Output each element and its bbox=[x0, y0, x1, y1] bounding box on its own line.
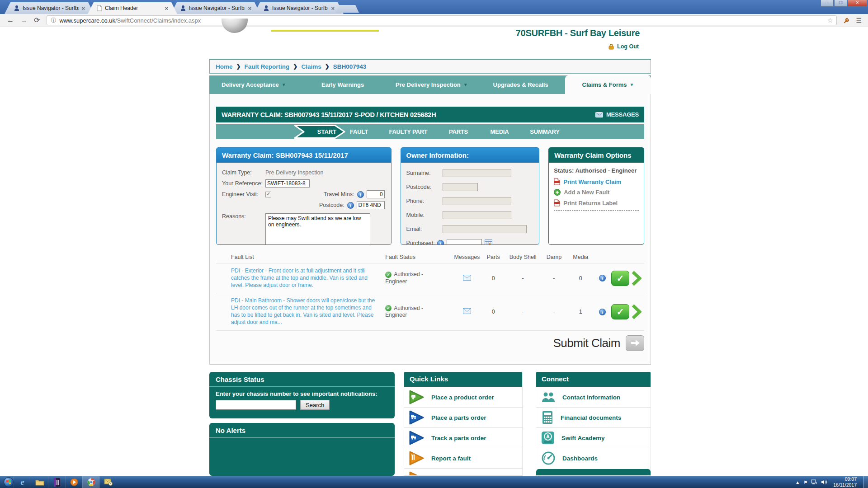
breadcrumb-current: SBH007943 bbox=[333, 63, 367, 70]
divider bbox=[209, 437, 395, 438]
purchased-input[interactable] bbox=[447, 239, 482, 245]
browser-tab-3[interactable]: Issue Navigator - Surfba × bbox=[171, 2, 260, 14]
info-icon[interactable]: i bbox=[599, 309, 606, 315]
start-button[interactable] bbox=[4, 477, 14, 487]
wizard-step-media[interactable]: MEDIA bbox=[491, 124, 509, 139]
tools-triangle-icon bbox=[409, 450, 425, 466]
message-cell[interactable] bbox=[453, 308, 481, 315]
show-desktop-button[interactable] bbox=[863, 476, 868, 488]
bookmark-star-icon[interactable]: ☆ bbox=[827, 17, 833, 24]
add-new-fault-link[interactable]: Add a New Fault bbox=[554, 189, 639, 196]
fault-description-link[interactable]: PDI - Main Bathroom - Shower doors will … bbox=[216, 297, 385, 326]
phone-input[interactable] bbox=[443, 197, 511, 205]
window-close-button[interactable]: ✕ bbox=[848, 0, 867, 7]
taskbar-clock[interactable]: 09:07 16/11/2017 bbox=[833, 476, 857, 488]
calendar-icon[interactable] bbox=[485, 239, 492, 245]
print-warranty-claim-label: Print Warranty Claim bbox=[563, 178, 621, 185]
col-messages: Messages bbox=[453, 254, 481, 260]
wizard-step-summary[interactable]: SUMMARY bbox=[530, 124, 559, 139]
nav-early-warnings[interactable]: Early Warnings bbox=[298, 75, 387, 94]
approve-fault-button[interactable]: ✓ bbox=[611, 271, 629, 286]
messages-button[interactable]: MESSAGES bbox=[595, 111, 639, 118]
browser-tab-1[interactable]: Issue Navigator - Surfba × bbox=[5, 2, 94, 14]
open-fault-arrow-icon[interactable] bbox=[631, 304, 642, 319]
tray-network-icon[interactable] bbox=[811, 479, 817, 485]
tray-flag-icon[interactable]: ⚑ bbox=[803, 480, 807, 485]
fault-table-header: Fault List Fault Status Messages Parts B… bbox=[216, 254, 644, 263]
message-cell[interactable] bbox=[453, 275, 481, 282]
extension-icon[interactable] bbox=[843, 17, 850, 24]
breadcrumb-fault-reporting[interactable]: Fault Reporting bbox=[245, 63, 290, 70]
quick-link-product-order[interactable]: Place a product order bbox=[404, 387, 522, 407]
chassis-number-input[interactable] bbox=[216, 400, 296, 410]
new-tab-button[interactable] bbox=[335, 5, 359, 13]
connect-swift-academy[interactable]: Swift Academy bbox=[536, 427, 651, 448]
info-icon[interactable]: i bbox=[357, 191, 364, 198]
window-minimize-button[interactable]: — bbox=[821, 0, 834, 7]
forward-button[interactable]: → bbox=[20, 17, 28, 24]
back-button[interactable]: ← bbox=[7, 17, 14, 24]
info-icon[interactable]: i bbox=[437, 240, 444, 245]
browser-toolbar: ← → ⟳ ⓘ www.supercare.co.uk/SwiftConnect… bbox=[0, 14, 868, 27]
print-warranty-claim-link[interactable]: Print Warranty Claim bbox=[554, 178, 639, 185]
taskbar-chrome-icon[interactable] bbox=[82, 476, 99, 488]
reasons-textarea[interactable]: Please may Swift attend as we are low on… bbox=[265, 213, 370, 245]
owner-postcode-input[interactable] bbox=[443, 183, 478, 191]
wizard-step-start[interactable]: START bbox=[309, 124, 345, 139]
tab-close-icon[interactable]: × bbox=[331, 5, 335, 12]
travel-mins-input[interactable] bbox=[367, 190, 385, 198]
fault-description-link[interactable]: PDI - Exterior - Front door is at full a… bbox=[216, 267, 385, 289]
wizard-step-faulty-part[interactable]: FAULTY PART bbox=[389, 124, 427, 139]
taskbar-explorer-icon[interactable] bbox=[31, 476, 48, 488]
info-icon[interactable]: i bbox=[599, 275, 606, 282]
envelope-icon[interactable] bbox=[463, 275, 471, 281]
taskbar-media-player-icon[interactable] bbox=[65, 476, 82, 488]
nav-pre-delivery-inspection[interactable]: Pre Delivery Inspection▼ bbox=[387, 75, 476, 94]
engineer-visit-checkbox[interactable] bbox=[265, 192, 271, 197]
postcode-input[interactable] bbox=[357, 201, 385, 209]
page-info-icon[interactable]: ⓘ bbox=[51, 17, 56, 24]
submit-claim-button[interactable] bbox=[626, 335, 644, 351]
mobile-input[interactable] bbox=[443, 211, 511, 219]
nav-upgrades-recalls[interactable]: Upgrades & Recalls bbox=[476, 75, 565, 94]
chassis-search-button[interactable]: Search bbox=[300, 400, 330, 410]
tab-close-icon[interactable]: × bbox=[165, 5, 168, 12]
wizard-step-parts[interactable]: PARTS bbox=[449, 124, 468, 139]
browser-tab-4[interactable]: Issue Navigator - Surfba × bbox=[254, 2, 344, 14]
window-maximize-button[interactable]: ❐ bbox=[834, 0, 847, 7]
logout-link[interactable]: Log Out bbox=[608, 43, 639, 50]
quick-link-report-fault[interactable]: Report a fault bbox=[404, 448, 522, 468]
connect-dashboards[interactable]: Dashboards bbox=[536, 448, 651, 468]
address-bar[interactable]: ⓘ www.supercare.co.uk/SwiftConnect/Claim… bbox=[47, 15, 837, 25]
tab-close-icon[interactable]: × bbox=[81, 5, 85, 12]
open-fault-arrow-icon[interactable] bbox=[631, 271, 642, 286]
approve-fault-button[interactable]: ✓ bbox=[611, 304, 629, 319]
refresh-button[interactable]: ⟳ bbox=[34, 17, 40, 24]
connect-contact-information[interactable]: Contact information bbox=[536, 387, 651, 407]
print-returns-label-link[interactable]: Print Returns Label bbox=[554, 199, 639, 206]
breadcrumb-home[interactable]: Home bbox=[216, 63, 233, 70]
mobile-label: Mobile: bbox=[406, 212, 443, 218]
taskbar-app-icon[interactable] bbox=[48, 476, 65, 488]
quick-link-track-order[interactable]: Track a parts order bbox=[404, 427, 522, 448]
breadcrumb-claims[interactable]: Claims bbox=[301, 63, 321, 70]
envelope-icon[interactable] bbox=[463, 308, 471, 314]
menu-icon[interactable]: ☰ bbox=[856, 17, 862, 24]
quick-link-parts-order[interactable]: Place a parts order bbox=[404, 407, 522, 427]
reference-input[interactable] bbox=[265, 179, 310, 188]
tray-expand-icon[interactable]: ▲ bbox=[795, 480, 800, 485]
tray-volume-icon[interactable] bbox=[821, 479, 827, 485]
wizard-step-fault[interactable]: FAULT bbox=[350, 124, 368, 139]
tab-close-icon[interactable]: × bbox=[248, 5, 251, 12]
nav-claims-forms-active[interactable]: Claims & Forms▼ bbox=[565, 75, 651, 94]
connect-title: Connect bbox=[536, 372, 651, 387]
connect-financial-documents[interactable]: Financial documents bbox=[536, 407, 651, 427]
email-input[interactable] bbox=[443, 225, 527, 233]
damp-value: - bbox=[540, 275, 568, 282]
surname-input[interactable] bbox=[443, 169, 511, 177]
taskbar-ie-icon[interactable]: e bbox=[14, 476, 31, 488]
info-icon[interactable]: i bbox=[347, 202, 354, 209]
nav-delivery-acceptance[interactable]: Delivery Acceptance▼ bbox=[209, 75, 298, 94]
browser-tab-2-active[interactable]: Claim Header × bbox=[88, 2, 177, 14]
taskbar-outlook-icon[interactable] bbox=[99, 476, 117, 488]
